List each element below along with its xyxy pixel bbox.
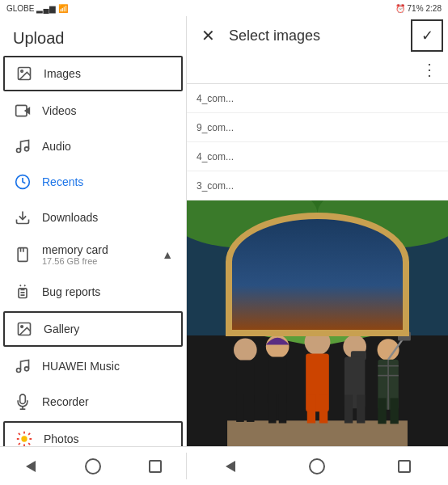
sidebar-item-label: Recents [42,175,83,188]
svg-point-5 [25,147,29,151]
photo-area [187,200,448,446]
svg-rect-59 [378,398,386,424]
sidebar-item-label: memory card 17.56 GB free [42,243,108,266]
recents-button[interactable] [144,455,167,478]
recents-icon [13,172,32,192]
sidebar-item-images[interactable]: Images [3,56,183,91]
sidebar-item-huawei-music[interactable]: HUAWEI Music [0,348,186,384]
sidebar-item-downloads[interactable]: Downloads [0,200,186,235]
home-icon-right [309,458,325,474]
svg-rect-53 [357,394,365,423]
confirm-button[interactable]: ✓ [412,21,442,50]
svg-point-15 [25,367,29,371]
list-item: 3_com... [187,171,448,200]
select-images-title: Select images [229,27,406,44]
svg-rect-47 [307,394,315,423]
carrier-text: GLOBE [6,4,34,13]
sidebar-item-photos[interactable]: Photos [3,421,183,446]
sidebar-item-memory-card[interactable]: memory card 17.56 GB free ▲ [0,235,186,274]
bug-icon [13,282,32,302]
svg-line-32 [266,244,271,261]
back-button[interactable] [19,455,42,478]
right-panel: ✕ Select images ✓ ⋮ 4_com... 9_com... 4_… [187,16,448,446]
sidebar-item-recents[interactable]: Recents [0,164,186,200]
audio-icon [13,137,32,156]
svg-point-23 [235,276,250,287]
file-list: 4_com... 9_com... 4_com... 3_com... [187,84,448,200]
sidebar-item-label: Recorder [42,395,89,408]
wifi-icon: 📶 [58,4,68,13]
recents-icon-right [398,460,411,473]
svg-point-45 [305,329,331,355]
sidebar-item-bug-reports[interactable]: Bug reports [0,274,186,310]
close-button[interactable]: ✕ [193,21,222,50]
svg-point-18 [21,436,27,441]
more-options-button[interactable]: ⋮ [421,60,438,79]
home-button-right[interactable] [306,455,328,478]
svg-rect-44 [279,394,287,423]
left-panel: Upload Images Videos [0,16,186,446]
list-item: 4_com... [187,84,448,113]
sidebar-item-label: Photos [44,432,79,445]
photos-icon [15,429,34,446]
gallery-icon [15,319,34,339]
svg-rect-60 [390,398,398,424]
sd-icon [13,245,32,264]
svg-point-14 [17,369,21,373]
list-item: 9_com... [187,113,448,142]
svg-point-24 [237,264,248,272]
home-icon [85,458,101,474]
svg-point-21 [187,200,318,248]
signal-icon: ▂▄▆ [36,4,55,13]
back-icon [26,461,36,472]
svg-point-33 [259,255,273,271]
image-icon [15,64,34,83]
video-icon [13,101,32,120]
svg-point-1 [21,70,23,73]
svg-rect-43 [268,394,277,423]
svg-point-37 [234,338,257,361]
svg-rect-52 [344,394,353,423]
svg-point-28 [367,250,380,259]
back-button-right[interactable] [219,455,242,478]
sidebar-item-label: Videos [42,104,77,117]
nav-bar-right [187,447,448,485]
svg-point-29 [284,242,295,251]
svg-point-31 [311,238,323,247]
svg-point-13 [21,326,23,328]
status-bar: GLOBE ▂▄▆ 📶 ⏰ 71% 2:28 [0,0,448,16]
recents-icon [149,460,162,473]
right-panel-header: ✕ Select images ✓ [187,16,448,55]
recents-button-right[interactable] [393,455,416,478]
sidebar-item-videos[interactable]: Videos [0,93,186,129]
recorder-icon [13,392,32,411]
navigation-bar [0,446,448,485]
sidebar-item-label: HUAWEI Music [42,360,120,373]
sidebar-item-recorder[interactable]: Recorder [0,384,186,420]
back-icon-right [226,461,235,472]
svg-point-25 [385,276,399,287]
sidebar-item-label: Images [44,67,81,80]
eject-icon: ▲ [162,248,173,261]
nav-bar-left [0,447,186,485]
svg-point-26 [387,264,398,272]
svg-point-30 [340,242,351,251]
sidebar-item-label: Bug reports [42,285,100,298]
svg-point-35 [361,255,376,271]
sidebar-item-gallery[interactable]: Gallery [3,311,183,347]
sidebar-item-label: Audio [42,140,71,153]
photo-scene [187,200,448,446]
sidebar-item-audio[interactable]: Audio [0,129,186,164]
svg-rect-36 [227,420,408,446]
download-icon [13,208,32,227]
home-button[interactable] [82,455,104,478]
svg-point-22 [318,200,449,248]
menu-bar: ⋮ [187,55,448,84]
main-content: Upload Images Videos [0,16,448,446]
svg-rect-39 [236,394,244,421]
svg-rect-48 [319,394,328,423]
time-text: 2:28 [426,4,442,13]
status-right: ⏰ 71% 2:28 [395,4,442,13]
svg-rect-40 [247,394,255,421]
svg-rect-62 [398,331,411,340]
